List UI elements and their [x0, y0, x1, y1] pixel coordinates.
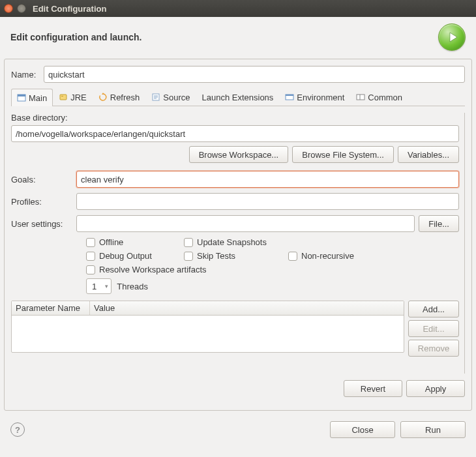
revert-button[interactable]: Revert	[344, 380, 402, 397]
svg-rect-7	[357, 95, 364, 100]
apply-button[interactable]: Apply	[406, 380, 465, 397]
run-button[interactable]: Run	[400, 421, 466, 438]
tab-source[interactable]: Source	[145, 88, 196, 106]
tab-jre[interactable]: JRE	[53, 88, 93, 106]
base-directory-input[interactable]	[11, 125, 459, 142]
add-button[interactable]: Add...	[408, 301, 459, 317]
base-directory-label: Base directory:	[11, 113, 459, 123]
chevron-down-icon: ▾	[102, 283, 111, 289]
goals-input[interactable]	[76, 171, 459, 188]
tab-bar: Main JRE Refresh Source Launch Extension…	[11, 88, 465, 106]
offline-checkbox[interactable]: Offline	[86, 237, 184, 247]
run-icon	[438, 23, 466, 51]
value-column[interactable]: Value	[90, 301, 404, 315]
parameters-table[interactable]: Parameter Name Value	[11, 301, 404, 353]
header-heading: Edit configuration and launch.	[10, 32, 141, 42]
bottom-bar: ? Close Run	[0, 415, 476, 447]
window-close-button[interactable]	[4, 4, 13, 13]
name-label: Name:	[11, 70, 44, 80]
tab-common[interactable]: Common	[350, 88, 408, 106]
user-settings-label: User settings:	[11, 219, 76, 229]
profiles-label: Profiles:	[11, 197, 76, 207]
skip-tests-checkbox[interactable]: Skip Tests	[184, 251, 288, 261]
titlebar: Edit Configuration	[0, 0, 476, 17]
threads-label: Threads	[117, 282, 148, 291]
svg-rect-3	[61, 96, 63, 96]
debug-output-checkbox[interactable]: Debug Output	[86, 251, 184, 261]
profiles-input[interactable]	[76, 193, 459, 210]
remove-button[interactable]: Remove	[408, 340, 459, 357]
resolve-workspace-checkbox[interactable]: Resolve Workspace artifacts	[86, 265, 207, 274]
dialog-header: Edit configuration and launch.	[0, 17, 476, 59]
tab-main[interactable]: Main	[11, 89, 53, 106]
browse-workspace-button[interactable]: Browse Workspace...	[189, 146, 289, 163]
close-button[interactable]: Close	[330, 421, 395, 438]
tab-environment[interactable]: Environment	[279, 88, 350, 106]
tab-launch-extensions[interactable]: Launch Extensions	[196, 88, 279, 106]
variables-button[interactable]: Variables...	[398, 146, 459, 163]
svg-rect-2	[60, 95, 67, 100]
window-minimize-button[interactable]	[17, 4, 26, 13]
threads-spinner[interactable]: 1 ▾	[86, 278, 112, 294]
main-panel: Base directory: Browse Workspace... Brow…	[11, 113, 465, 374]
browse-file-system-button[interactable]: Browse File System...	[292, 146, 394, 163]
update-snapshots-checkbox[interactable]: Update Snapshots	[184, 237, 288, 247]
window-title: Edit Configuration	[33, 4, 106, 14]
svg-rect-1	[18, 95, 25, 96]
file-button[interactable]: File...	[419, 215, 459, 232]
svg-rect-6	[286, 95, 293, 96]
help-icon[interactable]: ?	[10, 422, 25, 437]
user-settings-input[interactable]	[76, 215, 415, 232]
parameter-name-column[interactable]: Parameter Name	[12, 301, 90, 315]
tab-refresh[interactable]: Refresh	[93, 88, 146, 106]
name-input[interactable]	[44, 66, 465, 83]
goals-label: Goals:	[11, 175, 76, 184]
content-area: Name: Main JRE Refresh Source Launch Ext…	[4, 59, 472, 411]
non-recursive-checkbox[interactable]: Non-recursive	[288, 251, 354, 261]
edit-button[interactable]: Edit...	[408, 320, 459, 337]
